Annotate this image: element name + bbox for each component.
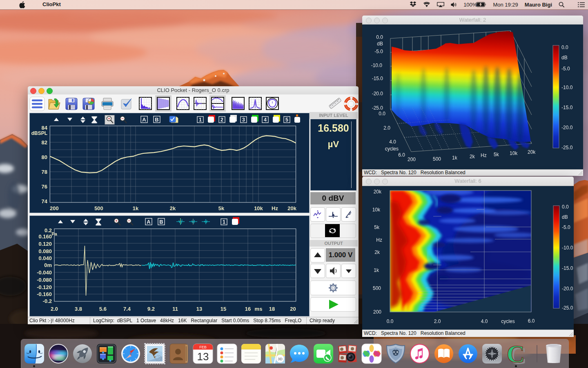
svg-text:FEB: FEB <box>199 345 207 349</box>
svg-text:3D: 3D <box>278 357 283 361</box>
svg-text:C: C <box>507 340 525 368</box>
svg-text:13: 13 <box>197 350 209 363</box>
